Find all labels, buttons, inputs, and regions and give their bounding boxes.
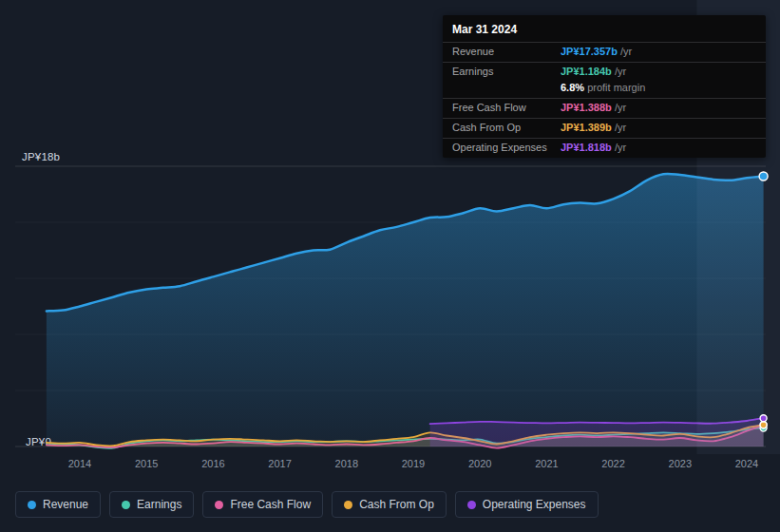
tooltip-row-value: JP¥1.184b /yr — [561, 66, 626, 78]
tooltip-row-value: 6.8% profit margin — [561, 82, 645, 94]
tooltip-row: RevenueJP¥17.357b /yr — [443, 42, 766, 62]
x-tick-label: 2024 — [735, 458, 758, 469]
tooltip-row: Operating ExpensesJP¥1.818b /yr — [443, 138, 766, 158]
tooltip-row-value: JP¥1.818b /yr — [561, 142, 626, 154]
tooltip-row-value: JP¥17.357b /yr — [561, 46, 632, 58]
x-tick-label: 2015 — [135, 458, 158, 469]
tooltip-rows: RevenueJP¥17.357b /yrEarningsJP¥1.184b /… — [443, 42, 766, 158]
x-tick-label: 2014 — [68, 458, 91, 469]
legend-item-revenue[interactable]: Revenue — [15, 491, 101, 518]
tooltip-row-label: Free Cash Flow — [452, 102, 561, 114]
tooltip-row: Cash From OpJP¥1.389b /yr — [443, 118, 766, 138]
x-tick-label: 2022 — [601, 458, 624, 469]
legend-item-cash-from-op[interactable]: Cash From Op — [332, 491, 447, 518]
tooltip-row-label: Cash From Op — [452, 122, 561, 134]
legend-label: Earnings — [137, 498, 181, 511]
series-area-revenue — [47, 174, 764, 446]
legend-dot-icon — [467, 501, 476, 509]
x-tick-label: 2018 — [335, 458, 358, 469]
tooltip-row: EarningsJP¥1.184b /yr — [443, 62, 766, 82]
legend-item-free-cash-flow[interactable]: Free Cash Flow — [202, 491, 323, 518]
legend-label: Operating Expenses — [483, 498, 586, 511]
legend-dot-icon — [215, 501, 223, 509]
legend-label: Cash From Op — [359, 498, 434, 511]
series-end-dot-revenue — [759, 172, 768, 180]
tooltip-row-label: Earnings — [452, 66, 561, 78]
x-tick-label: 2020 — [468, 458, 491, 469]
series-end-dot-cash-from-op — [760, 422, 767, 428]
legend-label: Revenue — [43, 498, 88, 511]
x-tick-label: 2019 — [402, 458, 425, 469]
legend: RevenueEarningsFree Cash FlowCash From O… — [15, 491, 599, 518]
legend-dot-icon — [344, 501, 352, 509]
legend-item-operating-expenses[interactable]: Operating Expenses — [455, 491, 599, 518]
x-tick-label: 2021 — [535, 458, 558, 469]
financials-chart-panel: JP¥18b JP¥0 2014201520162017201820192020… — [0, 0, 780, 532]
x-tick-label: 2016 — [201, 458, 224, 469]
legend-label: Free Cash Flow — [230, 498, 311, 511]
tooltip-date: Mar 31 2024 — [443, 15, 766, 42]
chart-tooltip: Mar 31 2024 RevenueJP¥17.357b /yrEarning… — [443, 15, 766, 158]
x-tick-label: 2023 — [669, 458, 692, 469]
legend-item-earnings[interactable]: Earnings — [109, 491, 194, 518]
tooltip-row-value: JP¥1.388b /yr — [561, 102, 626, 114]
x-tick-label: 2017 — [268, 458, 291, 469]
series-end-dot-operating-expenses — [760, 415, 767, 422]
legend-dot-icon — [122, 501, 130, 509]
legend-dot-icon — [28, 501, 36, 509]
tooltip-row-label: Revenue — [452, 46, 561, 58]
tooltip-row-value: JP¥1.389b /yr — [561, 122, 626, 134]
tooltip-row-label: Operating Expenses — [452, 142, 561, 154]
tooltip-row: Free Cash FlowJP¥1.388b /yr — [443, 98, 766, 118]
tooltip-row: 6.8% profit margin — [443, 82, 766, 98]
